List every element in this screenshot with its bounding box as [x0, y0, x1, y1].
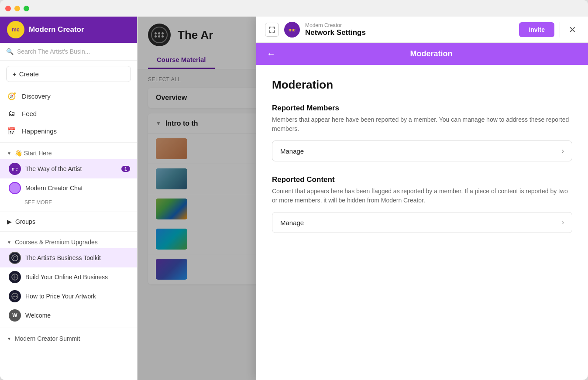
- start-here-label: 👋 Start Here: [15, 150, 52, 157]
- sidebar-header: mc Modern Creator: [0, 17, 137, 43]
- sidebar-item-groups[interactable]: ▶ Groups: [0, 215, 137, 229]
- back-button[interactable]: ←: [265, 49, 277, 59]
- svg-point-7: [14, 296, 16, 297]
- reported-members-desc: Members that appear here have been repor…: [272, 115, 572, 134]
- welcome-icon: W: [9, 309, 21, 322]
- create-button[interactable]: + Create: [6, 66, 131, 82]
- svg-point-1: [14, 257, 16, 259]
- summit-arrow: ▼: [7, 336, 11, 341]
- reported-members-section: Reported Members Members that appear her…: [272, 104, 572, 161]
- main-content: The Ar Course Material SELECT ALL Overvi…: [138, 17, 588, 380]
- reported-content-title: Reported Content: [272, 175, 572, 184]
- sidebar-item-how-to-price[interactable]: How to Price Your Artwork: [0, 287, 137, 306]
- artists-toolkit-icon: [9, 252, 21, 264]
- sidebar-item-discovery[interactable]: 🧭 Discovery: [0, 87, 137, 105]
- sidebar-item-welcome[interactable]: W Welcome: [0, 306, 137, 325]
- welcome-label: Welcome: [25, 312, 51, 319]
- divider-2: [0, 212, 137, 212]
- reported-members-manage[interactable]: Manage ›: [272, 140, 572, 161]
- modal-title-group: Modern Creator Network Settings: [305, 22, 514, 37]
- how-to-price-label: How to Price Your Artwork: [25, 293, 96, 300]
- modal-section-header: ← Moderation: [256, 43, 588, 65]
- start-here-arrow: ▼: [7, 151, 11, 156]
- search-icon: 🔍: [6, 48, 14, 55]
- reported-members-manage-label: Manage: [280, 147, 304, 155]
- summit-label: Modern Creator Summit: [15, 335, 80, 342]
- build-business-label: Build Your Online Art Business: [25, 274, 108, 281]
- plus-icon: +: [13, 70, 17, 78]
- discovery-icon: 🧭: [7, 91, 17, 101]
- expand-button[interactable]: [265, 23, 279, 37]
- courses-label: Courses & Premium Upgrades: [15, 239, 98, 246]
- modern-creator-chat-icon: [9, 182, 21, 194]
- app-body: mc Modern Creator 🔍 Search The Artist's …: [0, 17, 588, 380]
- close-dot[interactable]: [5, 6, 11, 11]
- courses-arrow: ▼: [7, 240, 11, 245]
- divider-1: [0, 142, 137, 143]
- modal-network-title: Network Settings: [305, 28, 514, 37]
- section-summit[interactable]: ▼ Modern Creator Summit: [0, 331, 137, 345]
- feed-icon: 🗂: [7, 109, 17, 118]
- reported-content-manage-label: Manage: [280, 219, 304, 226]
- maximize-dot[interactable]: [24, 6, 29, 11]
- app-window: mc Modern Creator 🔍 Search The Artist's …: [0, 0, 588, 380]
- see-more-link[interactable]: SEE MORE: [0, 198, 137, 209]
- way-artist-label: The Way of the Artist: [25, 165, 82, 172]
- sidebar-item-feed[interactable]: 🗂 Feed: [0, 105, 137, 122]
- reported-content-desc: Content that appears here has been flagg…: [272, 187, 572, 205]
- svg-point-0: [12, 255, 18, 261]
- divider-3: [0, 231, 137, 232]
- sidebar-item-way-of-artist[interactable]: mc The Way of the Artist 1: [0, 159, 137, 178]
- modal-body: Moderation Reported Members Members that…: [256, 65, 588, 380]
- minimize-dot[interactable]: [14, 6, 20, 11]
- moderation-header-label: Moderation: [283, 49, 579, 58]
- modal-topbar: mc Modern Creator Network Settings Invit…: [256, 17, 588, 43]
- sidebar-item-modern-creator-chat[interactable]: Modern Creator Chat: [0, 178, 137, 198]
- invite-button[interactable]: Invite: [519, 22, 554, 37]
- close-button[interactable]: ✕: [565, 23, 579, 37]
- titlebar: [0, 0, 588, 17]
- groups-arrow: ▶: [7, 218, 12, 225]
- divider-4: [0, 328, 137, 328]
- sidebar-item-artists-toolkit[interactable]: The Artist's Business Toolkit: [0, 248, 137, 267]
- happenings-label: Happenings: [22, 127, 57, 135]
- way-artist-badge: 1: [121, 166, 130, 172]
- chevron-right-icon-2: ›: [562, 219, 564, 226]
- modern-creator-chat-label: Modern Creator Chat: [25, 185, 83, 192]
- create-label: Create: [19, 70, 39, 78]
- sidebar-item-build-online-business[interactable]: Build Your Online Art Business: [0, 267, 137, 287]
- happenings-icon: 📅: [7, 126, 17, 136]
- sidebar-item-happenings[interactable]: 📅 Happenings: [0, 122, 137, 140]
- chevron-right-icon-1: ›: [562, 147, 564, 155]
- section-start-here[interactable]: ▼ 👋 Start Here: [0, 145, 137, 159]
- reported-content-manage[interactable]: Manage ›: [272, 212, 572, 233]
- moderation-title: Moderation: [272, 78, 572, 92]
- modal-logo: mc: [284, 22, 300, 38]
- reported-members-title: Reported Members: [272, 104, 572, 113]
- sidebar-brand-name: Modern Creator: [29, 25, 84, 34]
- artists-toolkit-label: The Artist's Business Toolkit: [25, 254, 101, 261]
- reported-content-section: Reported Content Content that appears he…: [272, 175, 572, 233]
- svg-point-6: [13, 296, 14, 297]
- groups-label: Groups: [15, 218, 35, 225]
- how-to-price-icon: [9, 290, 21, 302]
- separator: [560, 22, 560, 38]
- sidebar: mc Modern Creator 🔍 Search The Artist's …: [0, 17, 138, 380]
- build-business-icon: [9, 271, 21, 283]
- sidebar-logo: mc: [7, 21, 24, 38]
- svg-point-8: [16, 296, 17, 297]
- discovery-label: Discovery: [22, 92, 51, 100]
- way-artist-icon: mc: [9, 163, 21, 175]
- modal-subtitle: Modern Creator: [305, 22, 514, 28]
- search-placeholder-text: Search The Artist's Busin...: [17, 48, 90, 55]
- sidebar-search[interactable]: 🔍 Search The Artist's Busin...: [0, 43, 137, 61]
- section-courses[interactable]: ▼ Courses & Premium Upgrades: [0, 234, 137, 248]
- feed-label: Feed: [22, 110, 37, 117]
- modal-network-settings: mc Modern Creator Network Settings Invit…: [256, 17, 588, 380]
